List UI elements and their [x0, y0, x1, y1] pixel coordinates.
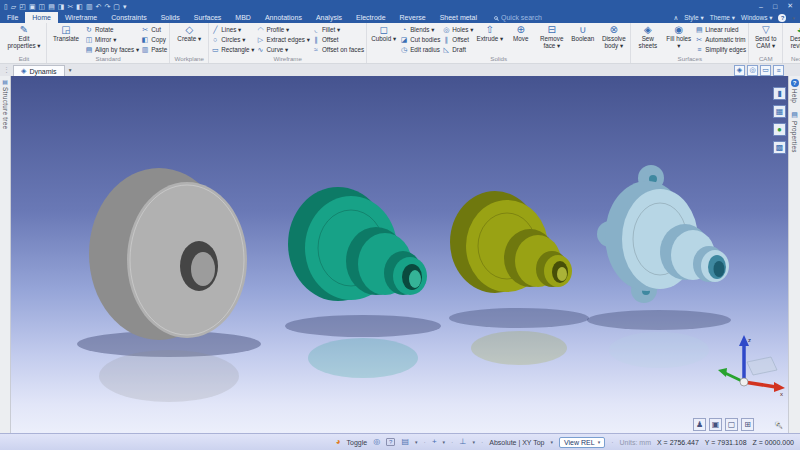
mirror-button[interactable]: ◫Mirror ▾ [85, 35, 139, 44]
print-icon[interactable]: ▤ [48, 3, 55, 10]
holes-button[interactable]: ◎Holes ▾ [442, 25, 473, 34]
zoom-status-icon[interactable]: ◎ [373, 438, 380, 446]
tab-surfaces[interactable]: Surfaces [187, 12, 229, 23]
viewport-canvas[interactable]: z x [11, 76, 788, 433]
fill-holes-button[interactable]: ◉Fill holes ▾ [664, 24, 693, 50]
redo-icon[interactable]: ↷ [104, 3, 110, 10]
help-icon[interactable]: ? [778, 14, 786, 22]
style-menu[interactable]: Style ▾ [684, 14, 704, 22]
help-dropdown-icon[interactable]: ▾ [792, 15, 795, 21]
undo-icon[interactable]: ↶ [96, 3, 102, 10]
edit-radius-button[interactable]: ◷Edit radius [400, 45, 440, 54]
tab-annotations[interactable]: Annotations [258, 12, 309, 23]
properties-panel-tab[interactable]: ▤ Properties [791, 111, 798, 153]
lines-button[interactable]: ╱Lines ▾ [211, 25, 254, 34]
rectangle-button[interactable]: ▭Rectangle ▾ [211, 45, 254, 54]
tab-home[interactable]: Home [25, 12, 58, 23]
tab-sheet-metal[interactable]: Sheet metal [433, 12, 484, 23]
cut-bodies-button[interactable]: ◪Cut bodies [400, 35, 440, 44]
rotate-button[interactable]: ↻Rotate [85, 25, 139, 34]
paste-icon[interactable]: ▥ [86, 3, 93, 10]
collapse-ribbon-icon[interactable]: ∧ [673, 14, 678, 22]
offset-solid-button[interactable]: ∥Offset [442, 35, 473, 44]
extrude-button[interactable]: ⇧Extrude ▾ [475, 24, 504, 43]
edit-properties-button[interactable]: ✎Edit properties ▾ [4, 24, 44, 50]
tab-mbd[interactable]: MBD [228, 12, 258, 23]
fillet-button[interactable]: ◟Fillet ▾ [312, 25, 364, 34]
capture-icon[interactable]: ◨ [58, 3, 65, 10]
new-file-icon[interactable]: ▯ [4, 3, 8, 10]
grid-display-icon[interactable]: ▩ [773, 141, 786, 154]
simplify-edges-button[interactable]: ≡Simplify edges [695, 45, 746, 54]
tab-reverse[interactable]: Reverse [393, 12, 433, 23]
structure-tree-tab[interactable]: Structure tree [2, 87, 9, 129]
tab-wireframe[interactable]: Wireframe [58, 12, 104, 23]
minimize-button[interactable]: – [759, 3, 763, 10]
create-workplane-button[interactable]: ◇Create ▾ [172, 24, 206, 43]
snap-dropdown-icon[interactable]: ▾ [443, 439, 446, 445]
fit-view-icon[interactable]: ▭ [760, 65, 771, 76]
maximize-button[interactable]: □ [773, 3, 777, 10]
quick-search[interactable]: Quick search [494, 12, 542, 23]
view-rel-button[interactable]: View REL▾ [559, 437, 605, 448]
snap-icon[interactable]: + [432, 438, 437, 446]
cuboid-button[interactable]: ◻Cuboid ▾ [369, 24, 398, 43]
render-material-icon[interactable]: ● [777, 125, 782, 134]
blends-button[interactable]: ◔Blends ▾ [400, 25, 440, 34]
copy-button[interactable]: ◧Copy [141, 35, 167, 44]
tab-file[interactable]: File [0, 12, 25, 23]
extract-edges-button[interactable]: ▷Extract edges ▾ [257, 35, 310, 44]
linear-ruled-button[interactable]: ▤Linear ruled [695, 25, 746, 34]
toggle-indicator-icon[interactable]: ◕ [336, 438, 341, 446]
windows-menu[interactable]: Windows ▾ [741, 14, 772, 22]
offset-button[interactable]: ∥Offset [312, 35, 364, 44]
close-button[interactable]: ✕ [787, 2, 793, 10]
tab-solids[interactable]: Solids [154, 12, 187, 23]
theme-menu[interactable]: Theme ▾ [710, 14, 735, 22]
draft-button[interactable]: ◺Draft [442, 45, 473, 54]
orient-view-icon[interactable]: ◈ [734, 65, 745, 76]
design-review-button[interactable]: ◕Design review [785, 24, 800, 50]
align-by-faces-button[interactable]: ▤Align by faces ▾ [85, 45, 139, 54]
copy-icon[interactable]: ◧ [76, 3, 83, 10]
paste-button[interactable]: ▥Paste [141, 45, 167, 54]
toggle-label[interactable]: Toggle [346, 439, 367, 446]
collaboration-user-icon[interactable]: ♟ [693, 418, 706, 431]
cylinder-display-icon[interactable]: ▮ [773, 87, 786, 100]
dissolve-body-button[interactable]: ⊗Dissolve body ▾ [599, 24, 628, 50]
viewport-3d[interactable]: z x ▮ ▦ ● ▩ ♟ ▣ ▢ ⊞ ↖ [11, 76, 788, 433]
tab-list-dropdown-icon[interactable]: ▾ [69, 67, 72, 73]
cut-button[interactable]: ✂Cut [141, 25, 167, 34]
mode-dropdown-icon[interactable]: ▾ [551, 439, 554, 445]
translate-button[interactable]: ◲Translate [49, 24, 83, 43]
curve-button[interactable]: ∿Curve ▾ [257, 45, 310, 54]
tile-windows-icon[interactable]: ⊞ [741, 418, 754, 431]
automatic-trim-button[interactable]: ✂Automatic trim [695, 35, 746, 44]
tab-constraints[interactable]: Constraints [104, 12, 153, 23]
hint-icon[interactable]: ? [386, 438, 395, 446]
section-views-icon[interactable]: ▦ [773, 105, 786, 118]
view-menu-icon[interactable]: ≡ [773, 65, 784, 76]
ucs-dropdown-icon[interactable]: ▾ [472, 439, 475, 445]
open-file-icon[interactable]: ▱ [11, 3, 16, 10]
zoom-window-icon[interactable]: ◎ [747, 65, 758, 76]
help-panel-tab[interactable]: ? Help [791, 79, 799, 103]
import-icon[interactable]: ◰ [19, 3, 26, 10]
save-icon[interactable]: ▣ [29, 3, 36, 10]
bounding-box-icon[interactable]: ▣ [709, 418, 722, 431]
offset-on-faces-button[interactable]: ≈Offset on faces [312, 45, 364, 54]
sew-sheets-button[interactable]: ◈Sew sheets [633, 24, 662, 50]
cut-icon[interactable]: ✂ [67, 3, 73, 10]
boolean-button[interactable]: ∪Boolean [568, 24, 597, 43]
move-button[interactable]: ⊕Move [506, 24, 535, 43]
qat-more-icon[interactable]: ▾ [123, 3, 127, 10]
circles-button[interactable]: ○Circles ▾ [211, 35, 254, 44]
document-tab-dynamis[interactable]: ◈ Dynamis [13, 65, 65, 76]
tab-analysis[interactable]: Analysis [309, 12, 349, 23]
layers-dropdown-icon[interactable]: ▾ [415, 439, 418, 445]
profile-button[interactable]: ◠Profile ▾ [257, 25, 310, 34]
send-to-cam-button[interactable]: ▽Send to CAM ▾ [751, 24, 780, 50]
save-all-icon[interactable]: ◫ [39, 3, 46, 10]
tab-electrode[interactable]: Electrode [349, 12, 393, 23]
ucs-icon[interactable]: ⊥ [459, 438, 466, 446]
